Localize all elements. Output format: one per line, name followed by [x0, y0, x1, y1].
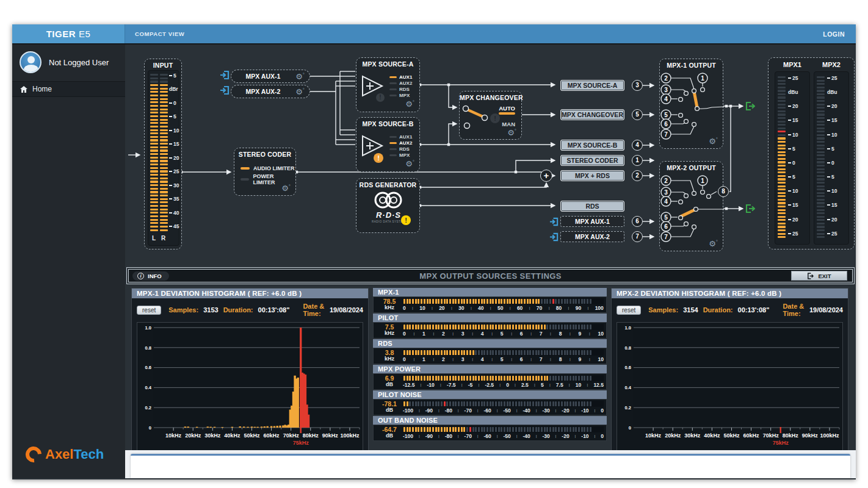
footer-card [131, 454, 850, 478]
stereo-coder-box: STEREO CODER AUDIO LIMITER POWER LIMITER… [234, 148, 296, 196]
svg-text:0.4: 0.4 [625, 385, 632, 390]
gear-icon[interactable]: ⚙ [295, 73, 305, 81]
changeover-auto-label[interactable]: AUTO [499, 105, 515, 112]
mpx1-meters-panel: MPX-178.5kHz0I10I20I30I40I50I60I70I80I90… [373, 288, 607, 451]
mpx2-output-switch[interactable]: 2 3 4 5 6 7 1 [660, 162, 724, 252]
led-strip [403, 324, 604, 330]
mpx-source-b-box: MPX SOURCE-B ! AUX1AUX2RDSMPX ⚙ [356, 117, 420, 172]
svg-text:60kHz: 60kHz [264, 432, 280, 439]
sidebar-item-home[interactable]: Home [12, 81, 125, 97]
gear-icon[interactable]: ⚙ [507, 129, 516, 137]
svg-text:20kHz: 20kHz [185, 432, 201, 439]
signal-in-icon [549, 217, 559, 226]
gear-icon[interactable]: ⚙ [405, 160, 414, 168]
input-channel-r: R [161, 235, 165, 242]
svg-text:75kHz: 75kHz [773, 440, 789, 446]
meter-unit: dB [376, 382, 403, 388]
svg-text:7: 7 [664, 234, 668, 240]
led-strip [403, 401, 604, 407]
svg-text:70kHz: 70kHz [283, 432, 300, 439]
exit-button[interactable]: EXIT [791, 271, 847, 281]
sidebar: Not Logged User Home AxelTech [12, 45, 125, 478]
rds-logo-text: R·D·S [356, 210, 421, 220]
sidebar-item-label: Home [32, 85, 52, 93]
meter-row-out-band-noise: OUT BAND NOISE-64.7dB-100I-90I-80I-70I-6… [373, 416, 607, 441]
mpx1-histogram-stats: reset Samples:3153 Duration:00:13':08" D… [132, 298, 368, 318]
login-button[interactable]: LOGIN [823, 24, 856, 43]
footer-area [125, 450, 856, 478]
signal-in-icon [220, 70, 230, 80]
svg-text:80kHz: 80kHz [303, 432, 319, 439]
mpx2-output-box: MPX-2 OUTPUT [659, 161, 723, 251]
duration-value: 00:13':08" [738, 306, 770, 314]
reset-button[interactable]: reset [137, 306, 161, 315]
source-option: AUX2 [389, 140, 412, 146]
svg-text:100kHz: 100kHz [820, 432, 839, 439]
svg-text:0.2: 0.2 [625, 405, 631, 411]
compact-view-label: COMPACT VIEW [125, 24, 823, 43]
changeover-auto-selected-bar [499, 112, 515, 115]
power-limiter-row: POWER LIMITER [234, 175, 295, 184]
svg-text:50kHz: 50kHz [723, 432, 740, 439]
gear-icon[interactable]: ⚙ [709, 240, 718, 248]
svg-text:90kHz: 90kHz [322, 432, 339, 439]
input-meter-right [160, 74, 168, 231]
route-label-mpx-changeover: MPX CHANGEOVER [560, 109, 624, 120]
svg-text:1.0: 1.0 [625, 325, 631, 331]
input-meter-left [150, 74, 158, 231]
meter-unit: dB [376, 407, 403, 414]
axeltech-swirl-icon [23, 443, 45, 466]
route-label-mpx-aux-1: MPX AUX-1 [560, 216, 624, 227]
svg-text:5: 5 [664, 214, 668, 221]
svg-text:0.6: 0.6 [625, 365, 631, 370]
svg-text:0: 0 [149, 425, 151, 431]
app-window: TIGERE5 COMPACT VIEW LOGIN Not Logged Us… [12, 24, 856, 479]
meter-scale: 0I10I20I30I40I50I60I70I80I90I100 [403, 305, 604, 311]
mpx-source-a-box: MPX SOURCE-A ! AUX1AUX2RDSMPX ⚙ [356, 57, 420, 112]
mpx2-histogram-stats: reset Samples:3154 Duration:00:13':08" D… [612, 298, 848, 318]
meter-row-title: MPX-1 [373, 288, 607, 296]
gear-icon[interactable]: ⚙ [709, 137, 718, 145]
route-label-mpx-rds: MPX + RDS [560, 170, 624, 181]
changeover-switch[interactable]: ! [460, 101, 504, 138]
changeover-man-label[interactable]: MAN [502, 121, 515, 127]
meter-scale: -100I-90I-80I-70I-60I-50I-40I-30I-20I-10… [403, 407, 604, 414]
svg-text:50kHz: 50kHz [244, 432, 260, 439]
gear-icon[interactable]: ⚙ [281, 184, 291, 192]
logo-tech: Tech [73, 447, 104, 462]
svg-text:0.2: 0.2 [145, 405, 151, 411]
signal-out-icon [745, 204, 755, 214]
svg-text:75kHz: 75kHz [293, 440, 309, 446]
svg-text:7: 7 [664, 131, 668, 138]
led-strip [403, 350, 604, 356]
svg-text:10kHz: 10kHz [645, 432, 662, 439]
mpx1-meter [778, 76, 786, 239]
route-label-mpx-aux-2: MPX AUX-2 [560, 231, 624, 242]
source-option: MPX [389, 152, 412, 158]
mpx-aux1-input-box: MPX AUX-1 ⚙ [231, 70, 310, 83]
mpx1-histogram-title: MPX-1 DEVIATION HISTOGRAM ( REF: +6.0 dB… [132, 289, 368, 298]
svg-text:60kHz: 60kHz [743, 432, 760, 439]
settings-bar: i INFO MPX OUTPUT SOURCES SETTINGS EXIT [128, 269, 853, 282]
svg-text:70kHz: 70kHz [763, 432, 779, 439]
mpx1-meter-scale: 25dBu20151050510152025 [788, 75, 806, 236]
mpx-aux1-label: MPX AUX-1 [231, 73, 295, 80]
svg-text:90kHz: 90kHz [802, 432, 819, 439]
svg-text:80kHz: 80kHz [783, 432, 799, 439]
input-title: INPUT [145, 59, 181, 69]
mpx2-meter-title: MPX2 [814, 61, 849, 68]
svg-text:6: 6 [664, 121, 668, 127]
meter-row-title: PILOT NOISE [373, 390, 607, 399]
gear-icon[interactable]: ⚙ [295, 88, 305, 96]
input-meter-scale: 5dBr051015202530354045 [169, 73, 181, 229]
mpx-changeover-title: MPX CHANGEOVER [460, 92, 521, 101]
svg-text:10kHz: 10kHz [165, 432, 182, 439]
reset-button[interactable]: reset [617, 306, 641, 315]
gear-icon[interactable]: ⚙ [405, 100, 414, 108]
signal-out-icon [745, 101, 755, 111]
source-option: AUX2 [389, 80, 412, 86]
svg-text:2: 2 [664, 75, 668, 82]
mpx1-output-switch[interactable]: 2 3 4 5 6 7 1 [660, 59, 724, 149]
mpx-aux2-label: MPX AUX-2 [231, 88, 295, 95]
route-node-6: 6 [632, 216, 643, 227]
